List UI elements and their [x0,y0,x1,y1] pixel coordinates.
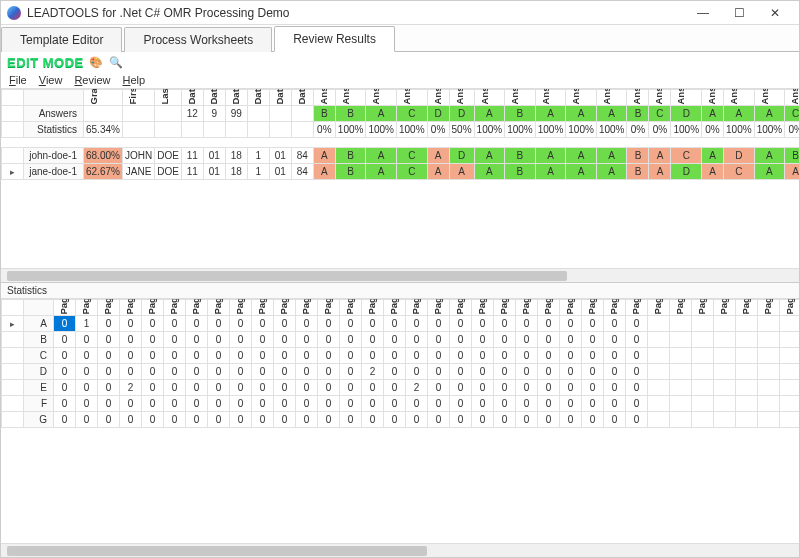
col-header[interactable]: Grades [84,90,123,106]
cell[interactable]: 0 [98,364,120,380]
stat-col-header[interactable]: Page 1 First Name Column 8 [208,300,230,316]
cell[interactable]: 2 [120,380,142,396]
cell[interactable]: 1 [247,164,269,180]
cell[interactable]: 0 [296,348,318,364]
cell[interactable]: 0 [494,364,516,380]
cell[interactable]: 0% [785,122,799,138]
cell[interactable]: 0 [186,412,208,428]
cell[interactable]: 0 [516,316,538,332]
cell[interactable]: 9 [203,106,225,122]
cell[interactable]: 0 [450,396,472,412]
cell[interactable]: A [474,148,505,164]
cell[interactable]: 0 [516,364,538,380]
cell[interactable]: B [335,164,366,180]
cell[interactable]: 0 [208,332,230,348]
stat-row-E[interactable]: E [24,380,54,396]
cell[interactable] [758,364,780,380]
cell[interactable]: 0 [318,380,340,396]
stat-col-header[interactable]: Page 1 Date of Test - Month Column 1 [692,300,714,316]
cell[interactable]: 0 [340,364,362,380]
cell[interactable]: 0 [186,364,208,380]
stat-col-header[interactable]: Page 1 Last Name Column 3 [406,300,428,316]
cell[interactable]: 0 [362,380,384,396]
cell[interactable] [247,106,269,122]
cell[interactable] [670,380,692,396]
cell[interactable]: 0 [428,364,450,380]
stat-row-A[interactable]: A [24,316,54,332]
statistics-pane[interactable]: Page 1 First Name Column 1Page 1 First N… [1,298,799,543]
stat-col-header[interactable]: Page 1 Last Name Column 9 [538,300,560,316]
cell[interactable]: 0 [362,396,384,412]
cell[interactable]: A [596,106,627,122]
cell[interactable]: 0 [142,364,164,380]
cell[interactable] [291,106,313,122]
cell[interactable] [736,316,758,332]
cell[interactable]: 0 [538,364,560,380]
cell[interactable] [714,316,736,332]
cell[interactable]: 0 [472,364,494,380]
cell[interactable]: 0 [340,332,362,348]
row-marker[interactable] [2,348,24,364]
cell[interactable]: 0 [208,316,230,332]
cell[interactable] [648,348,670,364]
cell[interactable]: 0 [186,316,208,332]
cell[interactable] [692,412,714,428]
close-button[interactable]: ✕ [757,3,793,23]
cell[interactable] [291,122,313,138]
row-marker[interactable] [2,412,24,428]
col-header[interactable]: Answers 16-30 Row 3 [785,90,799,106]
cell[interactable]: 0 [604,348,626,364]
col-header[interactable]: Answers 1-15 Row 9 [535,90,566,106]
cell[interactable]: 0 [296,380,318,396]
cell[interactable]: JOHN [122,148,154,164]
cell[interactable]: 62.67% [84,164,123,180]
cell[interactable]: 0 [406,396,428,412]
results-pane[interactable]: GradesFirst NameLast NameDate of Test - … [1,88,799,268]
cell[interactable]: 0 [98,332,120,348]
cell[interactable]: 0 [516,348,538,364]
cell[interactable]: 0 [164,380,186,396]
cell[interactable] [181,122,203,138]
cell[interactable] [648,332,670,348]
stat-col-header[interactable]: Page 1 Last Name Column 11 [582,300,604,316]
cell[interactable]: 0 [450,412,472,428]
cell[interactable] [155,106,182,122]
cell[interactable]: 0 [428,332,450,348]
cell[interactable]: 100% [754,122,785,138]
cell[interactable]: A [313,164,335,180]
cell[interactable] [269,106,291,122]
cell[interactable]: D [449,106,474,122]
col-header[interactable]: Answers 1-15 Row 14 [671,90,702,106]
cell[interactable]: 0 [384,364,406,380]
cell[interactable] [247,122,269,138]
cell[interactable]: A [649,164,671,180]
cell[interactable]: 100% [596,122,627,138]
magnifier-icon[interactable]: 🔍 [108,54,124,70]
cell[interactable]: 0 [186,396,208,412]
cell[interactable]: B [335,148,366,164]
cell[interactable]: 50% [449,122,474,138]
cell[interactable]: A [474,106,505,122]
cell[interactable]: 0 [120,316,142,332]
cell[interactable]: 0 [626,364,648,380]
cell[interactable]: 0 [54,412,76,428]
cell[interactable]: 0 [296,364,318,380]
cell[interactable]: 0 [384,412,406,428]
stat-row-G[interactable]: G [24,412,54,428]
cell[interactable]: 0 [494,332,516,348]
cell[interactable] [758,316,780,332]
row-marker[interactable] [2,164,24,180]
cell[interactable]: 0 [142,316,164,332]
cell[interactable]: 0 [164,412,186,428]
col-header[interactable]: Last Name [155,90,182,106]
cell[interactable]: 0 [472,332,494,348]
cell[interactable]: 0 [54,380,76,396]
cell[interactable]: 0 [230,348,252,364]
stat-col-header[interactable]: Page 1 Date of Test - Year Column 1 [648,300,670,316]
stat-col-header[interactable]: Page 1 First Name Column 13 [318,300,340,316]
cell[interactable]: 0 [626,348,648,364]
cell[interactable]: 0 [274,364,296,380]
cell[interactable]: 0 [274,348,296,364]
col-header[interactable]: Answers 1-15 Row 11 [596,90,627,106]
cell[interactable]: 01 [203,148,225,164]
